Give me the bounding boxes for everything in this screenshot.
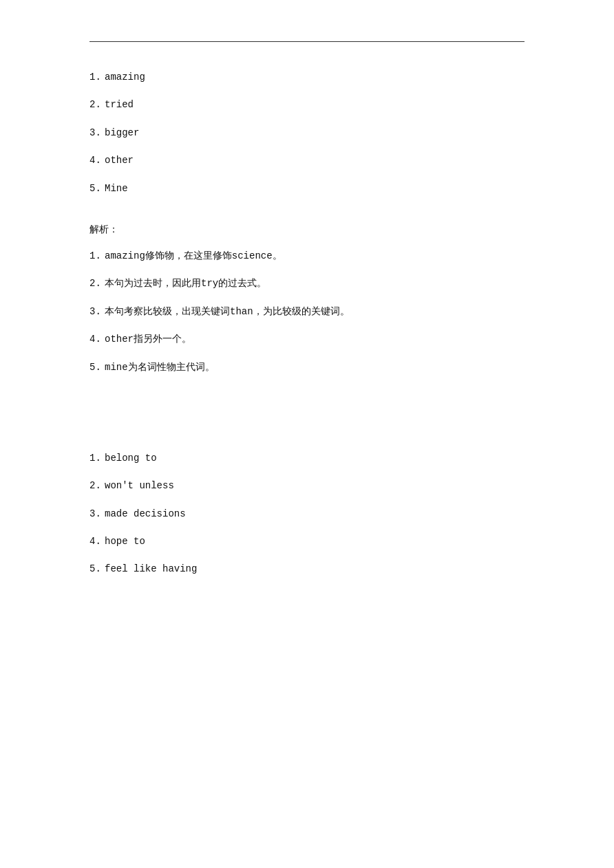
list-item: 5.feel like having <box>89 561 525 576</box>
item-text: made decisions <box>105 506 186 521</box>
item-text: mine为名词性物主代词。 <box>105 360 215 375</box>
spacer <box>89 416 525 451</box>
section-2-answers: 1.belong to2.won't unless3.made decision… <box>89 451 525 577</box>
item-number: 4. <box>89 153 105 168</box>
item-text: won't unless <box>105 478 174 493</box>
answer-list-2: 1.belong to2.won't unless3.made decision… <box>89 451 525 577</box>
item-number: 3. <box>89 506 105 521</box>
item-text: belong to <box>105 451 157 466</box>
item-number: 3. <box>89 125 105 140</box>
item-number: 2. <box>89 478 105 493</box>
list-item: 3.made decisions <box>89 506 525 521</box>
section-1-answers: 1.amazing2.tried3.bigger4.other5.Mine <box>89 69 525 196</box>
item-number: 4. <box>89 534 105 549</box>
item-text: bigger <box>105 125 139 140</box>
item-text: 本句考察比较级，出现关键词than，为比较级的关键词。 <box>105 304 350 319</box>
list-item: 1.belong to <box>89 451 525 466</box>
item-number: 5. <box>89 360 105 375</box>
analysis-item: 1.amazing修饰物，在这里修饰science。 <box>89 248 525 263</box>
item-number: 3. <box>89 304 105 319</box>
item-text: hope to <box>105 534 145 549</box>
list-item: 3.bigger <box>89 125 525 140</box>
item-text: Mine <box>105 181 128 196</box>
analysis-section: 解析： 1.amazing修饰物，在这里修饰science。2.本句为过去时，因… <box>89 224 525 375</box>
analysis-item: 4.other指另外一个。 <box>89 332 525 347</box>
list-item: 2.tried <box>89 97 525 112</box>
answer-list-1: 1.amazing2.tried3.bigger4.other5.Mine <box>89 69 525 196</box>
top-divider <box>89 41 525 42</box>
item-text: other <box>105 153 134 168</box>
item-number: 1. <box>89 69 105 85</box>
item-text: amazing <box>105 69 145 85</box>
list-item: 5.Mine <box>89 181 525 196</box>
item-number: 1. <box>89 451 105 466</box>
item-number: 2. <box>89 276 105 291</box>
analysis-item: 5.mine为名词性物主代词。 <box>89 360 525 375</box>
item-number: 2. <box>89 97 105 112</box>
item-text: amazing修饰物，在这里修饰science。 <box>105 248 282 263</box>
item-number: 1. <box>89 248 105 263</box>
item-text: other指另外一个。 <box>105 332 191 347</box>
list-item: 4.hope to <box>89 534 525 549</box>
item-text: 本句为过去时，因此用try的过去式。 <box>105 276 266 291</box>
analysis-item: 2.本句为过去时，因此用try的过去式。 <box>89 276 525 291</box>
item-number: 5. <box>89 181 105 196</box>
item-text: feel like having <box>105 561 197 576</box>
analysis-list: 1.amazing修饰物，在这里修饰science。2.本句为过去时，因此用tr… <box>89 248 525 375</box>
item-number: 4. <box>89 332 105 347</box>
list-item: 2.won't unless <box>89 478 525 493</box>
list-item: 1.amazing <box>89 69 525 85</box>
analysis-title: 解析： <box>89 224 525 236</box>
item-number: 5. <box>89 561 105 576</box>
analysis-item: 3.本句考察比较级，出现关键词than，为比较级的关键词。 <box>89 304 525 319</box>
list-item: 4.other <box>89 153 525 168</box>
item-text: tried <box>105 97 134 112</box>
